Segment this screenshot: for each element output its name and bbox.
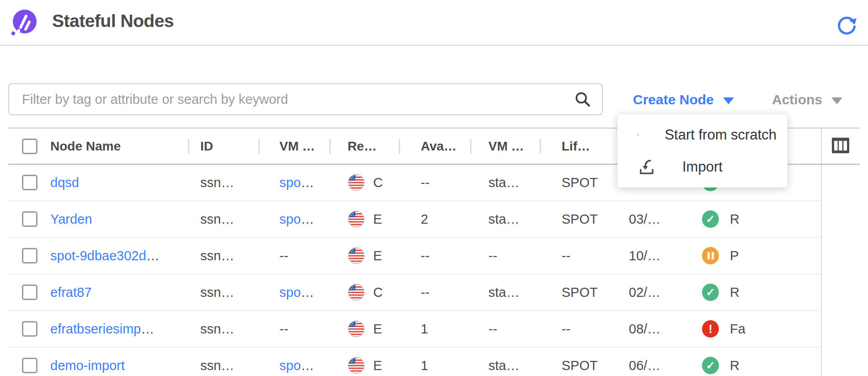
- node-id: ssn…: [188, 322, 258, 337]
- row-checkbox[interactable]: [22, 358, 38, 373]
- status-icon: [702, 210, 719, 228]
- row-checkbox[interactable]: [22, 285, 38, 300]
- lifecycle: SPOT: [540, 285, 610, 300]
- region-label: E: [373, 248, 382, 263]
- create-node-button[interactable]: Create Node: [633, 90, 734, 110]
- create-node-label: Create Node: [633, 92, 714, 107]
- page-title: Stateful Nodes: [52, 11, 174, 31]
- column-picker-button[interactable]: [830, 136, 851, 156]
- column-header-vm-name[interactable]: VM …: [258, 139, 329, 154]
- table-row: efratbseriesimp… ssn… -- E 1 -- -- 08/…: [8, 311, 821, 348]
- vm-name-link[interactable]: spo: [279, 358, 301, 373]
- vm-config: sta…: [470, 285, 540, 300]
- row-checkbox[interactable]: [22, 175, 38, 190]
- table-row: Yarden ssn… spo… E 2 sta… SPOT 03/…: [8, 201, 821, 238]
- vm-name-link[interactable]: spo: [279, 285, 301, 300]
- node-id: ssn…: [188, 212, 258, 227]
- vm-config: sta…: [470, 358, 540, 373]
- column-header-id[interactable]: ID: [188, 139, 258, 154]
- availability-zones: --: [399, 285, 470, 300]
- document-add-icon: [638, 125, 639, 145]
- vm-config: --: [470, 248, 540, 263]
- table-row: spot-9dbae302d… ssn… -- E -- -- -- 10/…: [8, 238, 821, 274]
- node-id: ssn…: [188, 175, 258, 190]
- status-icon: [702, 284, 719, 301]
- actions-button[interactable]: Actions: [772, 90, 842, 110]
- lifecycle: SPOT: [540, 358, 610, 373]
- import-icon: [638, 157, 657, 177]
- us-flag-icon: [348, 357, 365, 374]
- row-checkbox[interactable]: [22, 321, 38, 337]
- status-label: R: [730, 212, 739, 227]
- us-flag-icon: [348, 320, 365, 338]
- status-label: R: [730, 358, 739, 373]
- create-node-menu: Start from scratch Import: [617, 114, 788, 188]
- node-id: ssn…: [188, 285, 258, 300]
- node-name-link[interactable]: dqsd: [50, 175, 79, 190]
- vm-name-link[interactable]: spo: [279, 175, 301, 190]
- row-checkbox[interactable]: [22, 248, 38, 263]
- column-header-lifecycle[interactable]: Lif…: [540, 139, 610, 154]
- menu-item-label: Start from scratch: [664, 127, 777, 143]
- status-label: P: [730, 248, 739, 263]
- created-at: 02/…: [610, 285, 681, 300]
- status-label: Fa: [730, 322, 745, 337]
- column-header-region[interactable]: Re…: [329, 139, 399, 154]
- lifecycle: SPOT: [540, 175, 610, 190]
- node-name-truncation: …: [146, 248, 160, 263]
- us-flag-icon: [348, 284, 365, 301]
- table-row: demo-import ssn… spo… E 1 sta… SPOT 06/…: [8, 348, 821, 376]
- search-icon: [574, 91, 591, 107]
- top-bar: Stateful Nodes: [0, 0, 868, 46]
- refresh-icon: [836, 15, 857, 36]
- columns-icon: [832, 138, 849, 153]
- row-checkbox[interactable]: [22, 211, 38, 227]
- node-name-link[interactable]: demo-import: [50, 358, 125, 373]
- node-id: ssn…: [188, 358, 258, 373]
- chevron-down-icon: [831, 97, 842, 104]
- lifecycle: --: [540, 248, 610, 263]
- refresh-button[interactable]: [836, 15, 858, 37]
- select-all-cell: [8, 139, 50, 154]
- status-icon: [702, 320, 719, 338]
- vm-config: --: [470, 322, 540, 337]
- filter-bar: [8, 83, 603, 115]
- node-name-link[interactable]: spot-9dbae302d: [50, 248, 146, 263]
- column-header-availability[interactable]: Ava…: [399, 139, 470, 154]
- node-name-link[interactable]: efratbseriesimp: [50, 322, 141, 337]
- select-all-checkbox[interactable]: [22, 139, 38, 154]
- column-picker-cell: [821, 129, 860, 164]
- created-at: 10/…: [610, 248, 681, 263]
- availability-zones: 1: [399, 322, 470, 337]
- app-logo-icon: [11, 9, 37, 36]
- created-at: 08/…: [610, 322, 681, 337]
- table-row: efrat87 ssn… spo… C -- sta… SPOT 02/…: [8, 274, 821, 311]
- availability-zones: --: [399, 175, 470, 190]
- node-id: ssn…: [188, 248, 258, 263]
- chevron-down-icon: [723, 97, 734, 104]
- region-label: E: [373, 322, 382, 337]
- status-icon: [702, 357, 719, 374]
- vm-config: sta…: [470, 212, 540, 227]
- node-name-truncation: …: [141, 322, 154, 337]
- status-icon: [702, 247, 719, 264]
- actions-label: Actions: [772, 92, 822, 107]
- menu-item-import[interactable]: Import: [617, 151, 788, 183]
- region-label: C: [373, 285, 383, 300]
- node-name-link[interactable]: efrat87: [50, 285, 91, 300]
- lifecycle: --: [540, 322, 610, 337]
- node-name-link[interactable]: Yarden: [50, 212, 92, 227]
- availability-zones: 2: [399, 212, 470, 227]
- filter-input[interactable]: [8, 83, 603, 115]
- table-gutter-divider: [821, 128, 860, 376]
- us-flag-icon: [348, 247, 365, 264]
- region-label: C: [373, 175, 383, 190]
- stateful-nodes-page: Stateful Nodes Create Node Actions: [0, 0, 868, 376]
- column-header-node-name[interactable]: Node Name: [50, 139, 188, 154]
- us-flag-icon: [348, 210, 365, 228]
- vm-name-link[interactable]: spo: [279, 212, 301, 227]
- region-label: E: [373, 358, 382, 373]
- column-header-vm-config[interactable]: VM …: [470, 139, 540, 154]
- availability-zones: --: [399, 248, 470, 263]
- menu-item-start-from-scratch[interactable]: Start from scratch: [617, 119, 788, 151]
